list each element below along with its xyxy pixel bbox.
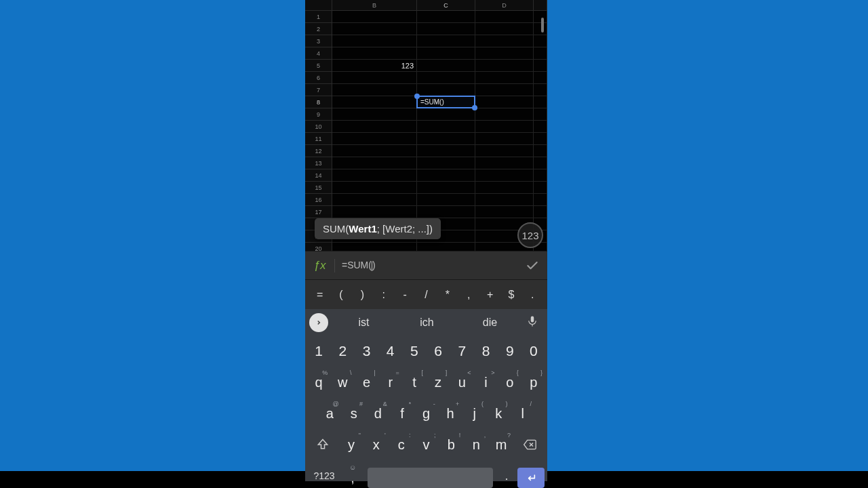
key[interactable]: o{ — [499, 369, 521, 396]
formula-input[interactable]: =SUM() — [335, 260, 517, 270]
cell[interactable] — [475, 169, 534, 182]
cell[interactable] — [332, 194, 417, 206]
symbol-key[interactable]: / — [416, 289, 436, 301]
suggestion-expand-button[interactable] — [309, 313, 328, 332]
key[interactable]: i> — [475, 369, 496, 396]
cell[interactable] — [475, 84, 534, 96]
row-header[interactable]: 9 — [305, 108, 332, 121]
cell[interactable] — [417, 23, 475, 35]
row-header[interactable]: 16 — [305, 194, 332, 206]
cell[interactable] — [417, 96, 475, 108]
key[interactable]: g- — [415, 400, 437, 427]
row-header[interactable]: 6 — [305, 72, 332, 84]
fx-icon[interactable]: ƒx — [305, 259, 335, 272]
row-header[interactable]: 3 — [305, 35, 332, 47]
key[interactable]: t[ — [403, 369, 425, 396]
key[interactable]: l/ — [512, 400, 534, 427]
cell[interactable] — [332, 11, 417, 23]
cell[interactable] — [332, 133, 417, 145]
cell[interactable]: 123 — [332, 60, 417, 72]
suggestion[interactable]: die — [458, 317, 521, 329]
key[interactable]: 5 — [403, 338, 425, 365]
column-header[interactable]: D — [475, 0, 534, 11]
row-header[interactable]: 12 — [305, 145, 332, 157]
key[interactable]: w\ — [332, 369, 353, 396]
key[interactable]: r= — [380, 369, 401, 396]
key[interactable]: n, — [465, 431, 488, 458]
row-header[interactable]: 5 — [305, 60, 332, 72]
cell[interactable] — [417, 35, 475, 47]
key[interactable]: x' — [365, 431, 388, 458]
row-header[interactable]: 1 — [305, 11, 332, 23]
key[interactable]: 9 — [499, 338, 521, 365]
cell[interactable] — [332, 47, 417, 60]
key[interactable]: 4 — [380, 338, 401, 365]
symbol-key[interactable]: ( — [331, 289, 351, 301]
symbol-key[interactable]: , — [458, 289, 479, 301]
mic-button[interactable] — [521, 315, 543, 330]
key[interactable]: 1 — [308, 338, 330, 365]
cell[interactable] — [332, 121, 417, 133]
sheet-corner[interactable] — [305, 0, 332, 11]
cell[interactable] — [475, 47, 534, 60]
emoji-comma-key[interactable]: ☺ , — [342, 462, 363, 488]
key[interactable]: 8 — [475, 338, 496, 365]
row-header[interactable]: 7 — [305, 84, 332, 96]
cell[interactable] — [475, 35, 534, 47]
key[interactable]: b! — [439, 431, 462, 458]
cell[interactable] — [332, 72, 417, 84]
key[interactable]: 2 — [332, 338, 353, 365]
shift-key[interactable] — [308, 431, 338, 458]
cell[interactable] — [475, 11, 534, 23]
symbol-key[interactable]: . — [522, 289, 542, 301]
key[interactable]: u< — [451, 369, 473, 396]
symbol-key[interactable]: ) — [352, 289, 372, 301]
key[interactable]: q% — [308, 369, 330, 396]
row-header[interactable]: 8 — [305, 96, 332, 108]
key[interactable]: 0 — [523, 338, 545, 365]
symbol-key[interactable]: - — [395, 289, 415, 301]
cell[interactable] — [475, 96, 534, 108]
cell[interactable] — [417, 133, 475, 145]
column-header[interactable]: C — [417, 0, 475, 11]
space-key[interactable] — [368, 468, 493, 488]
symbol-key[interactable]: : — [374, 289, 394, 301]
column-header[interactable]: B — [332, 0, 417, 11]
symbol-key[interactable]: $ — [501, 289, 521, 301]
key[interactable]: f* — [391, 400, 414, 427]
spreadsheet[interactable]: BCD 1234512367891011121314151617181920 =… — [305, 0, 547, 251]
row-header[interactable]: 15 — [305, 182, 332, 194]
key[interactable]: 7 — [451, 338, 473, 365]
key[interactable]: 6 — [427, 338, 449, 365]
key[interactable]: j( — [463, 400, 486, 427]
cell[interactable] — [475, 23, 534, 35]
row-header[interactable]: 14 — [305, 169, 332, 182]
key[interactable]: s# — [343, 400, 366, 427]
cell[interactable] — [417, 157, 475, 169]
key[interactable]: k) — [488, 400, 510, 427]
cell[interactable] — [417, 243, 475, 251]
confirm-button[interactable] — [517, 251, 547, 280]
cell[interactable] — [475, 60, 534, 72]
row-header[interactable]: 4 — [305, 47, 332, 60]
row-header[interactable]: 11 — [305, 133, 332, 145]
cell[interactable] — [332, 145, 417, 157]
row-header[interactable]: 13 — [305, 157, 332, 169]
cell[interactable] — [475, 157, 534, 169]
cell[interactable] — [475, 145, 534, 157]
cell[interactable] — [332, 182, 417, 194]
key[interactable]: d& — [367, 400, 389, 427]
key[interactable]: y" — [340, 431, 363, 458]
cell[interactable] — [332, 169, 417, 182]
cell[interactable] — [332, 206, 417, 218]
cell[interactable] — [332, 96, 417, 108]
key[interactable]: m? — [490, 431, 513, 458]
cell[interactable] — [332, 157, 417, 169]
key[interactable]: z] — [427, 369, 449, 396]
cell[interactable] — [417, 60, 475, 72]
symbol-key[interactable]: * — [437, 289, 458, 301]
key[interactable]: 3 — [355, 338, 377, 365]
period-key[interactable]: . — [498, 462, 515, 488]
symbol-key[interactable]: = — [310, 289, 330, 301]
cell[interactable] — [417, 72, 475, 84]
